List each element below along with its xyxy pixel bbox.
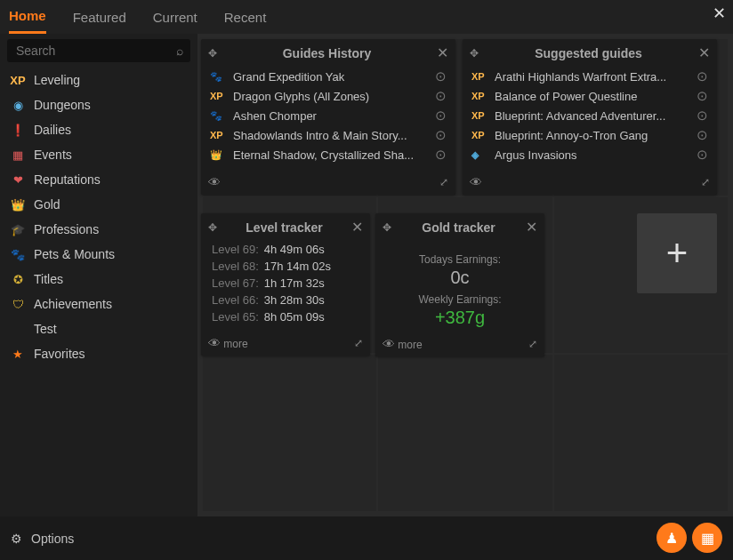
nav-label: Events	[34, 148, 72, 162]
search-input[interactable]	[7, 39, 190, 62]
options-button[interactable]: ⚙ Options	[11, 532, 74, 546]
nav-reputations[interactable]: ❤Reputations	[0, 167, 197, 192]
round-button-1[interactable]: ♟	[656, 523, 687, 553]
nav-achievements[interactable]: 🛡Achievements	[0, 292, 197, 316]
drag-icon[interactable]: ✥	[470, 47, 479, 60]
guide-label: Shadowlands Intro & Main Story...	[233, 129, 428, 142]
eye-icon[interactable]: 👁	[208, 175, 221, 189]
guide-row[interactable]: 🐾 Grand Expedition Yak ⊙	[206, 67, 450, 86]
close-widget-icon[interactable]: ✕	[437, 44, 448, 61]
drag-icon[interactable]: ✥	[383, 221, 391, 234]
level-time: 1h 17m 32s	[264, 276, 325, 290]
guide-row[interactable]: XP Balance of Power Questline ⊙	[468, 86, 712, 106]
weekly-earnings-label: Weekly Earnings:	[375, 293, 544, 306]
sidebar: ⌕ XPLeveling ◉Dungeons ❗Dailies ▦Events …	[0, 34, 197, 516]
bottombar: ⚙ Options ♟ ▦	[0, 516, 733, 560]
eye-icon[interactable]: 👁	[383, 337, 395, 351]
chevron-right-icon: ⊙	[697, 147, 708, 163]
guide-label: Balance of Power Questline	[495, 90, 689, 103]
guide-row[interactable]: XP Blueprint: Advanced Adventurer... ⊙	[468, 106, 712, 125]
more-link[interactable]: more	[223, 338, 247, 350]
guide-row[interactable]: XP Dragon Glyphs (All Zones) ⊙	[206, 86, 450, 106]
level-time: 3h 28m 30s	[264, 293, 325, 307]
guide-row[interactable]: ◈ Argus Invasions ⊙	[468, 145, 712, 164]
tab-recent[interactable]: Recent	[224, 0, 267, 34]
resize-icon[interactable]: ⤢	[439, 176, 448, 188]
content: ✥ Guides History ✕ 🐾 Grand Expedition Ya…	[197, 34, 733, 516]
tabs: Home Featured Current Recent	[9, 0, 266, 34]
rep-icon: ◈	[471, 149, 487, 161]
guide-row[interactable]: XP Shadowlands Intro & Main Story... ⊙	[206, 125, 450, 145]
nav-gold[interactable]: 👑Gold	[0, 192, 197, 217]
close-widget-icon[interactable]: ✕	[351, 219, 363, 236]
guide-label: Dragon Glyphs (All Zones)	[233, 90, 428, 103]
guide-row[interactable]: XP Blueprint: Annoy-o-Tron Gang ⊙	[468, 125, 712, 145]
drag-icon[interactable]: ✥	[208, 221, 217, 234]
today-earnings-value: 0c	[375, 268, 544, 288]
footer-left: 👁 more	[383, 337, 423, 351]
gear-icon: ⚙	[11, 532, 22, 546]
widget-title: Level tracker	[222, 220, 346, 235]
nav-label: Pets & Mounts	[34, 247, 115, 261]
xp-icon: XP	[210, 130, 226, 140]
nav-label: Dungeons	[34, 98, 91, 112]
nav-label: Favorites	[34, 347, 85, 361]
shield-icon: 🛡	[11, 297, 25, 311]
guide-label: Blueprint: Annoy-o-Tron Gang	[495, 129, 689, 142]
round-button-grid[interactable]: ▦	[692, 523, 722, 553]
close-widget-icon[interactable]: ✕	[698, 44, 710, 61]
chevron-right-icon: ⊙	[435, 88, 447, 104]
close-icon[interactable]: ✕	[713, 4, 726, 23]
widget-gold-tracker: ✥ Gold tracker ✕ Todays Earnings: 0c Wee…	[375, 213, 544, 356]
topbar: Home Featured Current Recent ✕	[0, 0, 733, 34]
widget-title: Guides History	[222, 46, 431, 60]
guide-row[interactable]: XP Arathi Highlands Warfront Extra... ⊙	[468, 67, 712, 86]
tab-current[interactable]: Current	[153, 0, 197, 34]
resize-icon[interactable]: ⤢	[528, 338, 537, 350]
resize-icon[interactable]: ⤢	[354, 337, 363, 349]
book-icon: 🎓	[11, 222, 25, 236]
level-label: Level 69:	[212, 243, 259, 256]
resize-icon[interactable]: ⤢	[701, 176, 710, 188]
tab-featured[interactable]: Featured	[73, 0, 126, 34]
chevron-right-icon: ⊙	[435, 127, 447, 143]
weekly-earnings-value: +387g	[375, 308, 544, 328]
nav-label: Professions	[34, 222, 99, 236]
nav-events[interactable]: ▦Events	[0, 142, 197, 167]
chevron-right-icon: ⊙	[435, 147, 447, 163]
nav-dungeons[interactable]: ◉Dungeons	[0, 92, 197, 117]
chevron-right-icon: ⊙	[697, 127, 708, 143]
paw-icon: 🐾	[11, 247, 25, 261]
more-link[interactable]: more	[398, 339, 422, 351]
chevron-right-icon: ⊙	[697, 68, 708, 84]
level-label: Level 67:	[212, 276, 259, 290]
nav-test[interactable]: Test	[0, 316, 197, 341]
tab-home[interactable]: Home	[9, 0, 46, 34]
nav-label: Titles	[34, 272, 63, 286]
level-row: Level 69: 4h 49m 06s	[206, 241, 365, 258]
title-icon: ✪	[11, 272, 25, 286]
options-label: Options	[31, 532, 74, 546]
widget-title: Suggested guides	[484, 46, 693, 60]
close-widget-icon[interactable]: ✕	[526, 219, 537, 236]
pet-icon: 🐾	[210, 71, 226, 83]
eye-icon[interactable]: 👁	[208, 336, 221, 350]
drag-icon[interactable]: ✥	[208, 47, 217, 60]
nav-dailies[interactable]: ❗Dailies	[0, 117, 197, 142]
nav-label: Test	[34, 322, 57, 336]
guide-row[interactable]: 👑 Eternal Shadow, Crystallized Sha... ⊙	[206, 145, 450, 164]
nav-leveling[interactable]: XPLeveling	[0, 68, 197, 92]
xp-icon: XP	[471, 110, 487, 121]
nav-titles[interactable]: ✪Titles	[0, 267, 197, 292]
nav-favorites[interactable]: ★Favorites	[0, 341, 197, 366]
nav-pets[interactable]: 🐾Pets & Mounts	[0, 242, 197, 267]
eye-icon[interactable]: 👁	[470, 175, 482, 189]
level-time: 4h 49m 06s	[264, 243, 325, 256]
guide-row[interactable]: 🐾 Ashen Chomper ⊙	[206, 106, 450, 125]
level-time: 17h 14m 02s	[264, 260, 331, 273]
level-row: Level 66: 3h 28m 30s	[206, 292, 365, 308]
nav-professions[interactable]: 🎓Professions	[0, 217, 197, 242]
nav-label: Gold	[34, 197, 60, 212]
add-widget-button[interactable]: +	[637, 213, 717, 293]
chevron-right-icon: ⊙	[697, 88, 708, 104]
